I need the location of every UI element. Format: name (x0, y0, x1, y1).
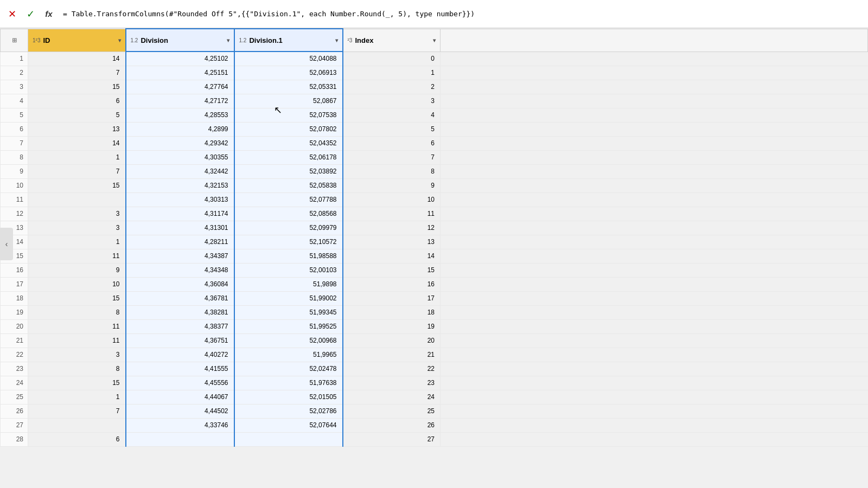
table-row: 18154,3678151,9900217 (1, 291, 868, 305)
column-header-index[interactable]: ²3 Index ▾ (343, 29, 441, 52)
cell-division: 4,25102 (126, 52, 234, 66)
row-number: 5 (1, 108, 28, 122)
formula-input[interactable]: = Table.TransformColumns(#"Rounded Off 5… (61, 9, 864, 19)
cell-division1: 52,07788 (234, 192, 343, 207)
accept-formula-button[interactable]: ✓ (23, 7, 38, 22)
table-row: 274,3374652,0764426 (1, 418, 868, 432)
row-number: 12 (1, 207, 28, 221)
cell-division: 4,27172 (126, 94, 234, 108)
cell-division1: 51,98588 (234, 249, 343, 263)
cell-index: 11 (343, 207, 441, 221)
row-number: 9 (1, 164, 28, 178)
table-row: 21114,3675152,0096820 (1, 333, 868, 348)
row-number: 16 (1, 263, 28, 277)
cell-division: 4,32153 (126, 178, 234, 192)
cancel-formula-button[interactable]: ✕ (4, 7, 20, 22)
empty-cell (441, 178, 868, 192)
cell-index: 13 (343, 235, 441, 249)
dropdown-arrow-division1[interactable]: ▾ (335, 37, 338, 43)
column-name-id: ID (43, 36, 50, 44)
cell-index: 6 (343, 136, 441, 150)
empty-cell (441, 333, 868, 348)
cell-id: 3 (28, 221, 126, 235)
cell-id: 11 (28, 249, 126, 263)
table-row: 1334,3130152,0997912 (1, 221, 868, 235)
cell-index: 21 (343, 348, 441, 362)
cell-division1: 52,08568 (234, 207, 343, 221)
cell-division1 (234, 432, 343, 446)
row-number: 19 (1, 305, 28, 319)
row-number: 10 (1, 178, 28, 192)
cell-index: 3 (343, 94, 441, 108)
dropdown-arrow-index[interactable]: ▾ (433, 37, 436, 43)
cell-index: 27 (343, 432, 441, 446)
cell-division1: 51,99345 (234, 305, 343, 319)
dropdown-arrow-division[interactable]: ▾ (227, 37, 229, 43)
fx-button[interactable]: fx (41, 7, 56, 22)
cell-division1: 52,0867 (234, 94, 343, 108)
cell-id: 1 (28, 390, 126, 404)
table-row: 1414,2821152,1057213 (1, 235, 868, 249)
cell-division: 4,31174 (126, 207, 234, 221)
cell-index: 20 (343, 333, 441, 348)
empty-cell (441, 136, 868, 150)
cell-index: 9 (343, 178, 441, 192)
cell-division1: 52,05838 (234, 178, 343, 192)
cell-id: 3 (28, 207, 126, 221)
cell-division1: 52,06913 (234, 66, 343, 80)
cell-index: 19 (343, 319, 441, 333)
cell-division (126, 432, 234, 446)
cell-id: 7 (28, 164, 126, 178)
cell-division: 4,36084 (126, 277, 234, 291)
cell-division: 4,34348 (126, 263, 234, 277)
cell-division: 4,30355 (126, 150, 234, 164)
row-number: 2 (1, 66, 28, 80)
dropdown-arrow-id[interactable]: ▾ (118, 37, 121, 43)
cell-division1: 52,09979 (234, 221, 343, 235)
cell-id: 9 (28, 263, 126, 277)
row-number: 28 (1, 432, 28, 446)
cell-division: 4,44067 (126, 390, 234, 404)
data-table: ⊞ 1²3 ID ▾ 1.2 (0, 28, 868, 488)
cell-index: 25 (343, 404, 441, 418)
cell-division: 4,25151 (126, 66, 234, 80)
cell-division: 4,2899 (126, 122, 234, 136)
row-number: 25 (1, 390, 28, 404)
table-row: 24154,4555651,9763823 (1, 376, 868, 390)
column-header-division[interactable]: 1.2 Division ▾ (126, 29, 234, 52)
empty-cell (441, 235, 868, 249)
formula-bar: ✕ ✓ fx = Table.TransformColumns(#"Rounde… (0, 0, 868, 28)
cell-index: 17 (343, 291, 441, 305)
cell-division: 4,28211 (126, 235, 234, 249)
table-row: 974,3244252,038928 (1, 164, 868, 178)
cell-division1: 52,04352 (234, 136, 343, 150)
collapse-panel-button[interactable]: ‹ (0, 228, 13, 260)
type-badge-id: 1²3 (33, 37, 40, 43)
cell-index: 7 (343, 150, 441, 164)
cell-id (28, 192, 126, 207)
cell-division: 4,38281 (126, 305, 234, 319)
cell-id: 11 (28, 333, 126, 348)
cell-division: 4,31301 (126, 221, 234, 235)
cell-id: 3 (28, 348, 126, 362)
cell-index: 5 (343, 122, 441, 136)
column-header-id[interactable]: 1²3 ID ▾ (28, 29, 126, 52)
table-row: 7144,2934252,043526 (1, 136, 868, 150)
empty-cell (441, 362, 868, 376)
row-number: 18 (1, 291, 28, 305)
cell-id: 15 (28, 291, 126, 305)
empty-cell (441, 376, 868, 390)
cell-division1: 51,99525 (234, 319, 343, 333)
cell-id: 14 (28, 136, 126, 150)
cell-index: 26 (343, 418, 441, 432)
column-header-division1[interactable]: 1.2 Division.1 ▾ (234, 29, 343, 52)
table-row: 2514,4406752,0150524 (1, 390, 868, 404)
row-number: 1 (1, 52, 28, 66)
empty-cell (441, 207, 868, 221)
column-name-index: Index (355, 36, 373, 44)
empty-cell (441, 164, 868, 178)
row-number: 17 (1, 277, 28, 291)
row-number-header: ⊞ (1, 29, 28, 52)
cell-division: 4,36751 (126, 333, 234, 348)
cell-id: 7 (28, 404, 126, 418)
